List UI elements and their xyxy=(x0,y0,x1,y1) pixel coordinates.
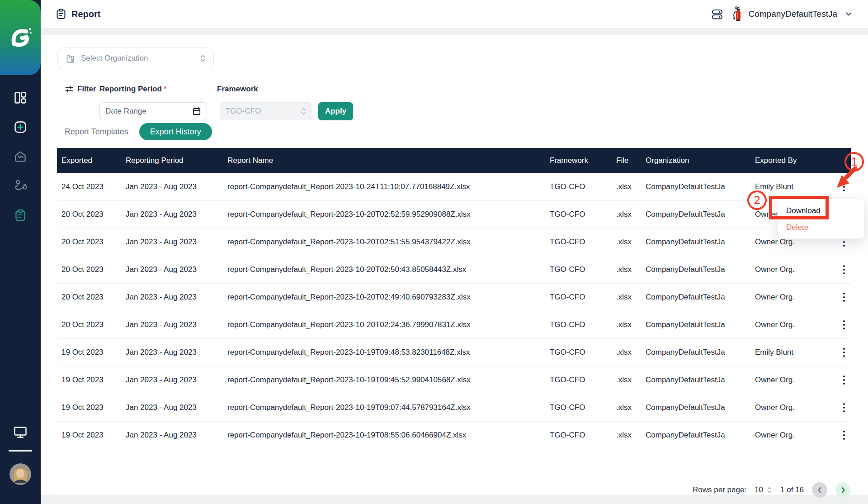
cell-exported-by: Owner Org. xyxy=(755,265,837,274)
cell-organization: CompanyDefaultTestJa xyxy=(646,265,755,274)
chevron-down-icon[interactable] xyxy=(844,10,853,18)
sidebar-item-plant-energy[interactable] xyxy=(13,179,28,193)
date-range-input[interactable]: Date Range xyxy=(99,102,207,120)
cell-organization: CompanyDefaultTestJa xyxy=(646,348,755,357)
required-asterisk: * xyxy=(164,85,167,93)
cell-exported-by: Owner Org. xyxy=(755,293,837,302)
cell-file: .xlsx xyxy=(616,265,646,274)
cell-file: .xlsx xyxy=(616,431,646,440)
menu-item-delete[interactable]: Delete xyxy=(778,219,864,236)
cell-exported: 20 Oct 2023 xyxy=(57,265,126,274)
table-row: 19 Oct 2023 Jan 2023 - Aug 2023 report-C… xyxy=(57,422,851,449)
table-row: 20 Oct 2023 Jan 2023 - Aug 2023 report-C… xyxy=(57,228,851,256)
topbar: Report xyxy=(41,0,868,28)
annotation-highlight-rect xyxy=(769,196,829,219)
table-row: 19 Oct 2023 Jan 2023 - Aug 2023 report-C… xyxy=(57,339,851,366)
cell-organization: CompanyDefaultTestJa xyxy=(646,238,755,247)
row-actions-kebab-icon[interactable] xyxy=(841,346,847,359)
cell-framework: TGO-CFO xyxy=(550,376,616,385)
factory-icon xyxy=(65,53,75,64)
rows-per-page-label: Rows per page: xyxy=(693,485,746,494)
cell-report-name: report-Companydefault_Report-2023-10-20T… xyxy=(227,320,550,329)
framework-label: Framework xyxy=(217,85,258,94)
column-header: Framework xyxy=(550,156,616,165)
calendar-icon[interactable] xyxy=(192,107,201,116)
row-actions-kebab-icon[interactable] xyxy=(841,401,847,414)
cell-exported-by: Owner Org. xyxy=(755,320,837,329)
table-row: 20 Oct 2023 Jan 2023 - Aug 2023 report-C… xyxy=(57,256,851,284)
column-header: File xyxy=(616,156,646,165)
cell-organization: CompanyDefaultTestJa xyxy=(646,431,755,440)
tab-report-templates[interactable]: Report Templates xyxy=(65,127,128,137)
cell-framework: TGO-CFO xyxy=(550,265,616,274)
app-root: Report xyxy=(0,0,868,504)
row-actions-kebab-icon[interactable] xyxy=(841,319,847,331)
sidebar-item-home-analytics[interactable] xyxy=(13,149,28,164)
framework-select[interactable]: TGO-CFO xyxy=(220,102,312,120)
cell-framework: TGO-CFO xyxy=(550,293,616,302)
date-range-placeholder: Date Range xyxy=(105,107,189,116)
rows-per-page-select[interactable]: 10 xyxy=(755,485,772,494)
sidebar-bottom xyxy=(0,425,41,504)
export-history-table: ExportedReporting PeriodReport NameFrame… xyxy=(57,148,851,449)
page-info: 1 of 16 xyxy=(780,485,804,494)
integrations-stack-icon[interactable] xyxy=(711,8,723,20)
cell-exported-by: Owner Org. xyxy=(755,376,837,385)
table-row: 20 Oct 2023 Jan 2023 - Aug 2023 report-C… xyxy=(57,284,851,311)
sidebar-item-add[interactable] xyxy=(13,120,28,134)
apply-button[interactable]: Apply xyxy=(318,102,353,120)
table-body: 24 Oct 2023 Jan 2023 - Aug 2023 report-C… xyxy=(57,173,851,449)
row-actions-kebab-icon[interactable] xyxy=(841,263,847,276)
cell-report-name: report-Companydefault_Report-2023-10-20T… xyxy=(227,238,550,247)
reporting-period-label: Reporting Period* xyxy=(99,85,167,94)
pagination: Rows per page: 10 1 of 16 xyxy=(693,482,851,498)
cell-report-name: report-Companydefault_Report-2023-10-19T… xyxy=(227,348,550,357)
filter-sliders-icon xyxy=(65,85,74,94)
table-header-row: ExportedReporting PeriodReport NameFrame… xyxy=(57,148,851,173)
cell-reporting-period: Jan 2023 - Aug 2023 xyxy=(126,403,227,412)
tab-export-history[interactable]: Export History xyxy=(139,123,212,140)
select-organization-placeholder: Select Organization xyxy=(81,54,194,63)
annotation-arrow-icon xyxy=(833,166,860,190)
select-chevrons-icon xyxy=(767,486,772,494)
column-header: Report Name xyxy=(227,156,550,165)
cell-report-name: report-Companydefault_Report-2023-10-24T… xyxy=(227,182,550,191)
dashboard-icon xyxy=(14,91,27,105)
cell-exported: 19 Oct 2023 xyxy=(57,431,126,440)
filter-label: Filter xyxy=(65,85,96,94)
cell-file: .xlsx xyxy=(616,238,646,247)
cell-file: .xlsx xyxy=(616,376,646,385)
cell-reporting-period: Jan 2023 - Aug 2023 xyxy=(126,293,227,302)
company-selector-label[interactable]: CompanyDefaultTestJa xyxy=(749,9,837,19)
cell-exported: 19 Oct 2023 xyxy=(57,376,126,385)
cell-organization: CompanyDefaultTestJa xyxy=(646,182,755,191)
annotation-step-2: 2 xyxy=(747,190,767,210)
cell-reporting-period: Jan 2023 - Aug 2023 xyxy=(126,348,227,357)
user-avatar[interactable] xyxy=(9,463,31,485)
row-actions-kebab-icon[interactable] xyxy=(841,429,847,442)
previous-page-button[interactable] xyxy=(812,482,827,498)
next-page-button[interactable] xyxy=(835,482,851,498)
sidebar-item-report[interactable] xyxy=(13,208,28,223)
column-header: Exported By xyxy=(755,156,837,165)
cell-exported: 20 Oct 2023 xyxy=(57,238,126,247)
content-card: Select Organization Filter Reporting Per… xyxy=(41,35,868,495)
cell-exported: 20 Oct 2023 xyxy=(57,293,126,302)
cell-framework: TGO-CFO xyxy=(550,348,616,357)
cell-framework: TGO-CFO xyxy=(550,403,616,412)
add-square-icon xyxy=(14,120,27,134)
cell-reporting-period: Jan 2023 - Aug 2023 xyxy=(126,320,227,329)
select-chevrons-icon xyxy=(300,107,307,116)
column-header: Organization xyxy=(646,156,755,165)
sidebar-item-monitor[interactable] xyxy=(13,425,28,439)
cell-reporting-period: Jan 2023 - Aug 2023 xyxy=(126,182,227,191)
cell-exported: 19 Oct 2023 xyxy=(57,348,126,357)
sidebar-item-dashboard[interactable] xyxy=(13,90,28,105)
cell-reporting-period: Jan 2023 - Aug 2023 xyxy=(126,210,227,219)
cell-exported-by: Owner Org. xyxy=(755,238,837,247)
cell-report-name: report-Companydefault_Report-2023-10-19T… xyxy=(227,431,550,440)
app-logo[interactable] xyxy=(0,0,41,75)
select-organization-dropdown[interactable]: Select Organization xyxy=(57,48,214,69)
row-actions-kebab-icon[interactable] xyxy=(841,291,847,304)
row-actions-kebab-icon[interactable] xyxy=(841,374,847,386)
